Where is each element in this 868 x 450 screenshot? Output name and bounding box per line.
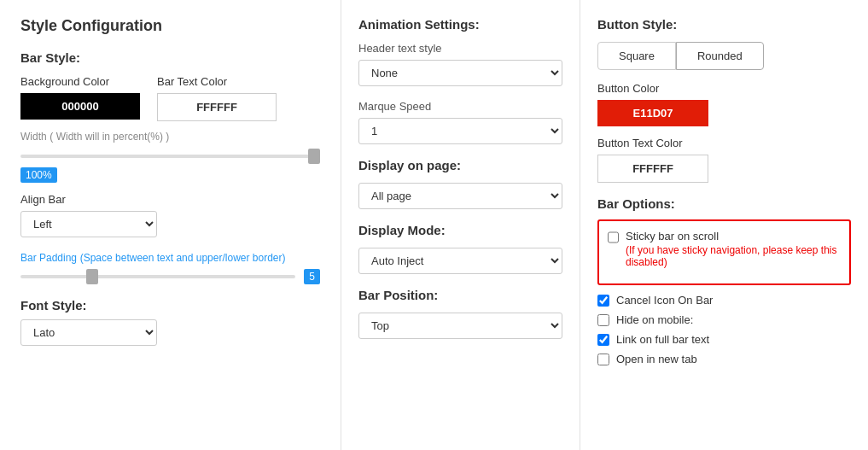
- bar-text-color-label: Bar Text Color: [157, 75, 277, 88]
- button-color-label: Button Color: [597, 82, 851, 95]
- marque-speed-label: Marque Speed: [358, 100, 562, 113]
- bar-text-color-button[interactable]: FFFFFF: [157, 93, 277, 121]
- link-full-bar-label[interactable]: Link on full bar text: [616, 333, 709, 346]
- align-bar-select[interactable]: Left Center Right: [20, 211, 157, 237]
- animation-settings-panel: Animation Settings: Header text style No…: [341, 0, 580, 450]
- hide-mobile-row: Hide on mobile:: [597, 313, 851, 326]
- sticky-bar-option-box: Sticky bar on scroll (If you have sticky…: [597, 219, 851, 285]
- cancel-icon-label[interactable]: Cancel Icon On Bar: [616, 294, 713, 307]
- cancel-icon-checkbox[interactable]: [597, 295, 609, 307]
- hide-mobile-label[interactable]: Hide on mobile:: [616, 313, 693, 326]
- button-style-panel: Button Style: Square Rounded Button Colo…: [580, 0, 868, 450]
- align-bar-label: Align Bar: [20, 193, 320, 206]
- open-new-tab-label[interactable]: Open in new tab: [616, 353, 697, 365]
- bar-text-color-group: Bar Text Color FFFFFF: [157, 75, 277, 121]
- link-full-bar-row: Link on full bar text: [597, 333, 851, 346]
- padding-slider-row: 5: [20, 269, 320, 284]
- button-text-color-button[interactable]: FFFFFF: [597, 155, 708, 183]
- bar-options-title: Bar Options:: [597, 196, 851, 211]
- link-full-bar-checkbox[interactable]: [597, 334, 609, 346]
- bg-color-label: Background Color: [20, 75, 140, 88]
- display-on-page-select[interactable]: All page Home page Custom: [358, 183, 562, 209]
- display-on-page-title: Display on page:: [358, 158, 562, 172]
- sticky-bar-row: Sticky bar on scroll (If you have sticky…: [608, 230, 841, 268]
- bar-style-section-title: Bar Style:: [20, 50, 320, 65]
- bar-position-select[interactable]: Top Bottom: [358, 313, 562, 339]
- bar-padding-label: Bar Padding (Space between text and uppe…: [20, 251, 320, 264]
- bg-color-group: Background Color 000000: [20, 75, 140, 121]
- padding-value: 5: [304, 269, 320, 284]
- sticky-bar-text-group: Sticky bar on scroll (If you have sticky…: [626, 230, 841, 268]
- page-title: Style Configuration: [20, 17, 320, 35]
- font-style-section-label: Font Style:: [20, 298, 320, 313]
- width-hint: ( Width will in percent(%) ): [50, 131, 169, 143]
- animation-settings-title: Animation Settings:: [358, 17, 562, 32]
- padding-slider[interactable]: [20, 275, 295, 278]
- padding-hint: (Space between text and upper/lower bord…: [80, 252, 286, 264]
- width-value: 100%: [20, 167, 57, 183]
- button-style-title: Button Style:: [597, 17, 851, 32]
- bar-position-title: Bar Position:: [358, 288, 562, 302]
- style-config-panel: Style Configuration Bar Style: Backgroun…: [0, 0, 341, 450]
- display-mode-title: Display Mode:: [358, 223, 562, 237]
- width-slider[interactable]: [20, 155, 320, 158]
- rounded-style-button[interactable]: Rounded: [676, 42, 764, 70]
- button-text-color-label: Button Text Color: [597, 137, 851, 149]
- width-label: Width ( Width will in percent(%) ): [20, 130, 320, 143]
- hide-mobile-checkbox[interactable]: [597, 314, 609, 326]
- open-new-tab-row: Open in new tab: [597, 353, 851, 365]
- font-style-select[interactable]: Lato Arial Roboto Open Sans: [20, 319, 157, 346]
- marque-speed-select[interactable]: 1 2 3 4 5: [358, 118, 562, 144]
- sticky-bar-warning: (If you have sticky navigation, please k…: [626, 244, 841, 268]
- sticky-bar-label[interactable]: Sticky bar on scroll: [626, 230, 719, 243]
- width-slider-container: [20, 148, 320, 161]
- display-mode-select[interactable]: Auto Inject Manual Shortcode: [358, 248, 562, 274]
- button-style-row: Square Rounded: [597, 42, 851, 70]
- open-new-tab-checkbox[interactable]: [597, 354, 609, 365]
- button-color-button[interactable]: E11D07: [597, 100, 708, 126]
- square-style-button[interactable]: Square: [597, 42, 676, 70]
- bg-color-button[interactable]: 000000: [20, 93, 140, 120]
- cancel-icon-row: Cancel Icon On Bar: [597, 294, 851, 307]
- header-text-style-label: Header text style: [358, 42, 562, 55]
- sticky-bar-checkbox[interactable]: [608, 231, 619, 243]
- header-text-style-select[interactable]: None Fade Slide: [358, 60, 562, 86]
